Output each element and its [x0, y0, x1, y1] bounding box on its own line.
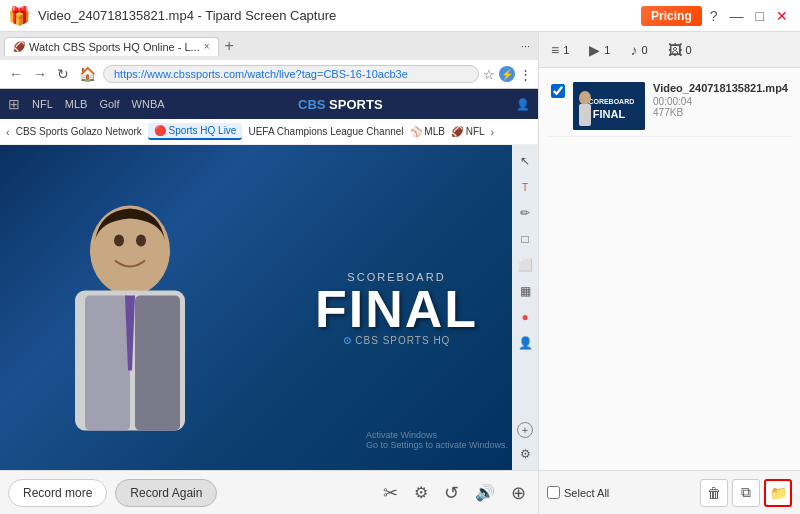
tool-pencil[interactable]: ✏ — [515, 203, 535, 223]
more-options-icon[interactable]: ⊕ — [507, 480, 530, 506]
open-folder-button[interactable]: 📁 — [764, 479, 792, 507]
video-thumbnail-small: SCOREBOARD FINAL — [573, 82, 645, 130]
cbs-nav-nfl[interactable]: NFL — [32, 98, 53, 110]
svg-text:FINAL: FINAL — [593, 108, 626, 120]
gift-icon: 🎁 — [8, 5, 30, 27]
maximize-button[interactable]: □ — [752, 6, 768, 26]
select-all-checkbox[interactable] — [547, 486, 560, 499]
forward-button[interactable]: → — [30, 65, 50, 83]
cut-icon[interactable]: ✂ — [379, 480, 402, 506]
tab-video[interactable]: ▶ 1 — [585, 40, 614, 60]
tab-video-count: 1 — [604, 44, 610, 56]
cbs-nav-mlb[interactable]: MLB — [65, 98, 88, 110]
new-tab-button[interactable]: + — [221, 37, 238, 55]
tab-favicon: 🏈 — [13, 41, 25, 52]
tool-add[interactable]: + — [517, 422, 533, 438]
pricing-button[interactable]: Pricing — [641, 6, 702, 26]
svg-point-7 — [136, 234, 146, 246]
title-bar: 🎁 Video_240718135821.mp4 - Tipard Screen… — [0, 0, 800, 32]
rotate-icon[interactable]: ↺ — [440, 480, 463, 506]
cbs-sub-hq[interactable]: 🔴 Sports HQ Live — [148, 123, 243, 140]
cbs-sub-ucl[interactable]: UEFA Champions League Channel — [248, 126, 403, 137]
final-text: FINAL — [315, 282, 478, 334]
bottom-bar: Record more Record Again ✂ ⚙ ↺ 🔊 ⊕ — [0, 470, 538, 514]
tool-eraser[interactable]: ⬜ — [515, 255, 535, 275]
cbs-user-icon[interactable]: 👤 — [516, 98, 530, 111]
person-silhouette — [20, 178, 240, 471]
record-more-button[interactable]: Record more — [8, 479, 107, 507]
cbs-nav-back-arrow[interactable]: ‹ — [6, 126, 10, 138]
tool-text[interactable]: T — [515, 177, 535, 197]
bookmark-icon[interactable]: ☆ — [483, 67, 495, 82]
title-bar-left: 🎁 Video_240718135821.mp4 - Tipard Screen… — [8, 5, 336, 27]
svg-rect-3 — [135, 295, 180, 430]
cbs-sub-mlb[interactable]: ⚾ MLB — [410, 126, 445, 137]
cbs-nav-wnba[interactable]: WNBA — [132, 98, 165, 110]
cbs-sports-logo: CBS SPORTS — [298, 97, 383, 112]
tool-mosaic[interactable]: ▦ — [515, 281, 535, 301]
delete-button[interactable]: 🗑 — [700, 479, 728, 507]
tab-label: Watch CBS Sports HQ Online - L... — [29, 41, 200, 53]
svg-text:SCOREBOARD: SCOREBOARD — [584, 98, 635, 105]
record-again-button[interactable]: Record Again — [115, 479, 217, 507]
video-info: Video_240718135821.mp4 00:00:04 477KB — [653, 82, 788, 118]
cbs-nav-golf[interactable]: Golf — [99, 98, 119, 110]
tab-close-icon[interactable]: × — [204, 41, 210, 52]
svg-rect-12 — [579, 104, 591, 126]
refresh-button[interactable]: ↻ — [54, 65, 72, 83]
website-content: ⊞ NFL MLB Golf WNBA CBS SPORTS 👤 ‹ CBS S… — [0, 89, 538, 145]
scoreboard-overlay: SCOREBOARD FINAL ⊙ CBS SPORTS HQ — [315, 270, 478, 345]
tab-video-icon: ▶ — [589, 42, 600, 58]
audio-icon[interactable]: 🔊 — [471, 481, 499, 504]
cbs-hq-label: CBS SPORTS HQ — [355, 334, 450, 345]
video-item-checkbox[interactable] — [551, 84, 565, 98]
browser-address-bar: ← → ↻ 🏠 ☆ ⚡ ⋮ — [0, 60, 538, 88]
back-button[interactable]: ← — [6, 65, 26, 83]
watermark: Activate WindowsGo to Settings to activa… — [366, 430, 508, 450]
svg-point-6 — [114, 234, 124, 246]
tool-settings[interactable]: ⚙ — [515, 444, 535, 464]
video-duration: 00:00:04 — [653, 96, 788, 107]
video-thumbnail: SCOREBOARD FINAL ⊙ CBS SPORTS HQ Activat… — [0, 145, 538, 470]
address-bar-input[interactable] — [103, 65, 479, 83]
tab-all-icon: ≡ — [551, 42, 559, 58]
tab-audio-icon: ♪ — [630, 42, 637, 58]
cbs-sub-navigation: ‹ CBS Sports Golazo Network 🔴 Sports HQ … — [0, 119, 538, 145]
tab-audio[interactable]: ♪ 0 — [626, 40, 651, 60]
tab-all-count: 1 — [563, 44, 569, 56]
adjust-icon[interactable]: ⚙ — [410, 481, 432, 504]
right-panel-tabs: ≡ 1 ▶ 1 ♪ 0 🖼 0 — [539, 32, 800, 68]
video-name: Video_240718135821.mp4 — [653, 82, 788, 94]
cbs-sub-nfl[interactable]: 🏈 NFL — [451, 126, 485, 137]
tool-shape[interactable]: □ — [515, 229, 535, 249]
browser-chrome: 🏈 Watch CBS Sports HQ Online - L... × + … — [0, 32, 538, 89]
tab-audio-count: 0 — [641, 44, 647, 56]
browser-tab[interactable]: 🏈 Watch CBS Sports HQ Online - L... × — [4, 37, 219, 56]
thumb-preview: SCOREBOARD FINAL — [573, 82, 645, 130]
browser-settings-icon[interactable]: ⋮ — [519, 67, 532, 82]
tool-cursor[interactable]: ↖ — [515, 151, 535, 171]
right-panel: ≡ 1 ▶ 1 ♪ 0 🖼 0 — [538, 32, 800, 514]
help-icon[interactable]: ? — [706, 6, 722, 26]
tool-color[interactable]: ● — [515, 307, 535, 327]
cbs-logo-small: ⊙ — [343, 334, 352, 345]
tab-all[interactable]: ≡ 1 — [547, 40, 573, 60]
copy-button[interactable]: ⧉ — [732, 479, 760, 507]
tab-image-icon: 🖼 — [668, 42, 682, 58]
minimize-button[interactable]: — — [726, 6, 748, 26]
tab-image-count: 0 — [686, 44, 692, 56]
select-all-label: Select All — [564, 487, 609, 499]
cbs-grid-icon[interactable]: ⊞ — [8, 96, 20, 112]
video-area: SCOREBOARD FINAL ⊙ CBS SPORTS HQ Activat… — [0, 145, 538, 470]
extensions-icon[interactable]: ⚡ — [499, 66, 515, 82]
cbs-sub-golazo[interactable]: CBS Sports Golazo Network — [16, 126, 142, 137]
close-button[interactable]: ✕ — [772, 6, 792, 26]
browser-menu-icon[interactable]: ··· — [517, 38, 534, 54]
tool-user[interactable]: 👤 — [515, 333, 535, 353]
right-bottom-bar: Select All 🗑 ⧉ 📁 — [539, 470, 800, 514]
tab-image[interactable]: 🖼 0 — [664, 40, 696, 60]
cbs-nav-forward-arrow[interactable]: › — [491, 126, 495, 138]
side-toolbar: ↖ T ✏ □ ⬜ ▦ ● 👤 + ⚙ — [512, 145, 538, 470]
home-button[interactable]: 🏠 — [76, 65, 99, 83]
video-list: SCOREBOARD FINAL Video_240718135821.mp4 … — [539, 68, 800, 470]
